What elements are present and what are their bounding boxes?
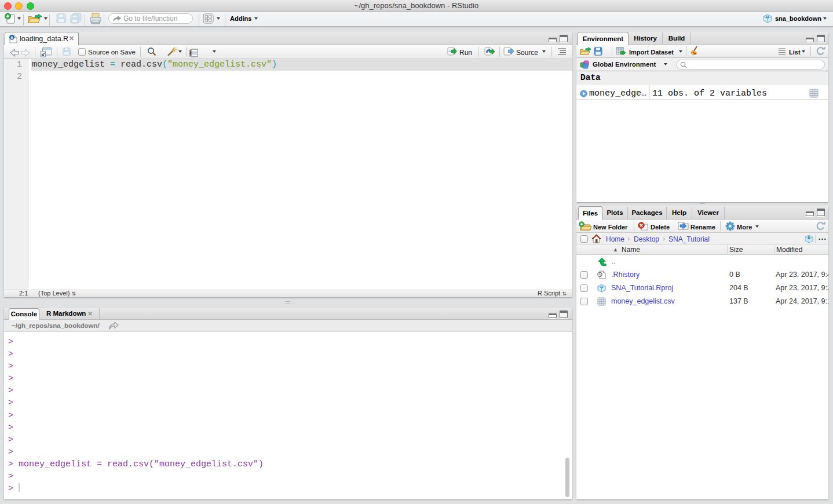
svg-text:R: R <box>10 35 13 39</box>
svg-text:R: R <box>808 235 810 239</box>
svg-text:R: R <box>600 284 603 288</box>
